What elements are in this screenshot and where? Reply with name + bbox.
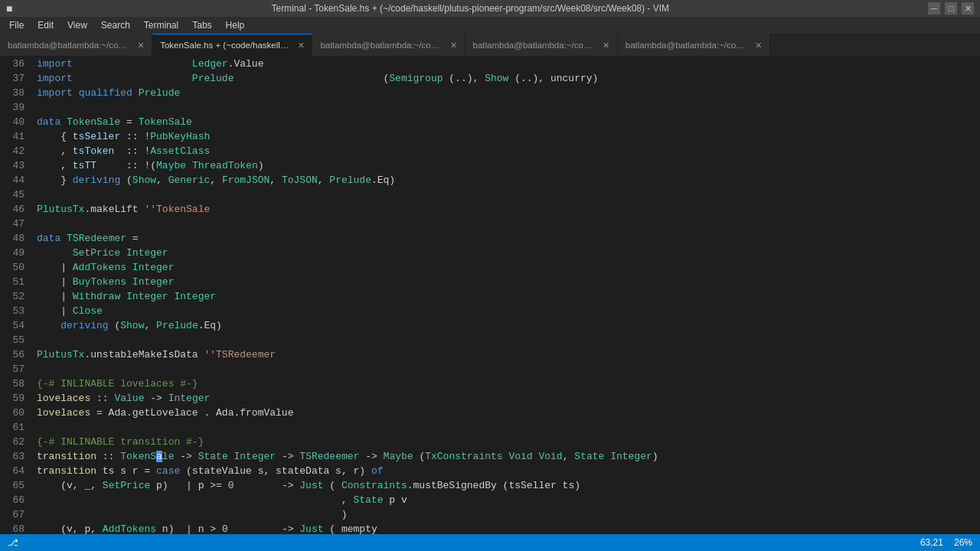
- menu-search[interactable]: Search: [95, 18, 136, 32]
- code-line-60: lovelaces = Ada.getLovelace . Ada.fromVa…: [37, 406, 969, 420]
- line-number-40: 40: [6, 115, 24, 129]
- line-number-38: 38: [6, 86, 24, 100]
- code-line-53: | Close: [37, 304, 969, 318]
- code-line-48: data TSRedeemer =: [37, 231, 969, 246]
- code-line-56: PlutusTx.unstableMakeIsData ''TSRedeemer: [37, 347, 969, 362]
- tab-label-1: TokenSale.hs + (~code/haskell/plutus-pio…: [160, 41, 290, 50]
- line-number-49: 49: [6, 246, 24, 260]
- close-button[interactable]: ✕: [962, 2, 974, 15]
- tab-4[interactable]: batlambda@batlambda:~/code/haskell/plutu…: [618, 34, 770, 56]
- maximize-button[interactable]: □: [945, 2, 957, 15]
- code-line-49: SetPrice Integer: [37, 246, 969, 260]
- line-number-36: 36: [6, 57, 24, 71]
- code-line-52: | Withdraw Integer Integer: [37, 289, 969, 304]
- code-line-41: { tsSeller :: !PubKeyHash: [37, 129, 969, 144]
- menu-terminal[interactable]: Terminal: [138, 18, 185, 32]
- line-number-61: 61: [6, 420, 24, 435]
- line-number-59: 59: [6, 391, 24, 406]
- status-left: ⎇: [8, 537, 29, 548]
- line-number-41: 41: [6, 129, 24, 144]
- code-line-58: {-# INLINABLE lovelaces #-}: [37, 377, 969, 391]
- line-number-67: 67: [6, 507, 24, 522]
- code-line-63: transition :: TokenSale -> State Integer…: [37, 449, 969, 464]
- code-line-38: import qualified Prelude: [37, 86, 969, 100]
- status-branch-icon: ⎇: [8, 537, 18, 548]
- line-number-37: 37: [6, 71, 24, 86]
- tab-1[interactable]: TokenSale.hs + (~code/haskell/plutus-pio…: [152, 34, 312, 56]
- code-line-57: [37, 362, 969, 377]
- editor: 3637383940414243444546474849505152535455…: [0, 57, 980, 534]
- line-number-50: 50: [6, 260, 24, 275]
- code-line-46: PlutusTx.makeLift ''TokenSale: [37, 202, 969, 217]
- code-line-47: [37, 217, 969, 231]
- line-number-63: 63: [6, 449, 24, 464]
- code-line-40: data TokenSale = TokenSale: [37, 115, 969, 129]
- tab-label-4: batlambda@batlambda:~/code/haskell/plutu…: [626, 41, 748, 50]
- tab-label-2: batlambda@batlambda:~/code/haskell/plutu…: [320, 41, 443, 50]
- line-numbers: 3637383940414243444546474849505152535455…: [0, 57, 31, 534]
- line-number-57: 57: [6, 362, 24, 377]
- line-number-51: 51: [6, 275, 24, 289]
- menu-help[interactable]: Help: [220, 18, 251, 32]
- tab-2[interactable]: batlambda@batlambda:~/code/haskell/plutu…: [312, 34, 465, 56]
- code-area[interactable]: import Ledger.Valueimport Prelude (Semig…: [31, 57, 969, 534]
- title-bar-title: Terminal - TokenSale.hs + (~/code/haskel…: [12, 3, 928, 14]
- menu-file[interactable]: File: [3, 18, 30, 32]
- code-line-66: , State p v: [37, 493, 969, 507]
- code-line-43: , tsTT :: !(Maybe ThreadToken): [37, 158, 969, 173]
- line-number-68: 68: [6, 522, 24, 534]
- title-bar-controls: ─ □ ✕: [928, 2, 974, 15]
- code-line-36: import Ledger.Value: [37, 57, 969, 71]
- line-number-48: 48: [6, 231, 24, 246]
- status-bar: ⎇ 63,21 26%: [0, 534, 980, 551]
- scrollbar[interactable]: [969, 57, 980, 534]
- line-number-56: 56: [6, 347, 24, 362]
- status-position: 63,21: [920, 537, 943, 548]
- tab-label-3: batlambda@batlambda:~/code/haskell/plutu…: [473, 41, 596, 50]
- line-number-44: 44: [6, 173, 24, 187]
- code-line-51: | BuyTokens Integer: [37, 275, 969, 289]
- tab-close-3[interactable]: ×: [603, 40, 609, 51]
- line-number-46: 46: [6, 202, 24, 217]
- line-number-64: 64: [6, 464, 24, 478]
- code-line-44: } deriving (Show, Generic, FromJSON, ToJ…: [37, 173, 969, 187]
- code-line-54: deriving (Show, Prelude.Eq): [37, 318, 969, 333]
- code-line-67: ): [37, 507, 969, 522]
- line-number-66: 66: [6, 493, 24, 507]
- menu-bar: File Edit View Search Terminal Tabs Help: [0, 17, 980, 34]
- tab-label-0: batlambda@batlambda:~/code/haskell/plutu…: [8, 41, 130, 50]
- code-line-37: import Prelude (Semigroup (..), Show (..…: [37, 71, 969, 86]
- tab-bar: batlambda@batlambda:~/code/haskell/plutu…: [0, 34, 980, 57]
- menu-tabs[interactable]: Tabs: [186, 18, 217, 32]
- code-line-62: {-# INLINABLE transition #-}: [37, 435, 969, 449]
- line-number-65: 65: [6, 478, 24, 493]
- line-number-55: 55: [6, 333, 24, 347]
- line-number-54: 54: [6, 318, 24, 333]
- code-line-39: [37, 100, 969, 115]
- code-line-45: [37, 187, 969, 202]
- tab-close-0[interactable]: ×: [138, 40, 144, 51]
- code-line-55: [37, 333, 969, 347]
- line-number-52: 52: [6, 289, 24, 304]
- line-number-53: 53: [6, 304, 24, 318]
- line-number-47: 47: [6, 217, 24, 231]
- code-line-64: transition ts s r = case (stateValue s, …: [37, 464, 969, 478]
- title-bar-icon: ■: [6, 2, 12, 15]
- tab-close-4[interactable]: ×: [756, 40, 762, 51]
- menu-edit[interactable]: Edit: [31, 18, 60, 32]
- tab-3[interactable]: batlambda@batlambda:~/code/haskell/plutu…: [466, 34, 618, 56]
- title-bar: ■ Terminal - TokenSale.hs + (~/code/hask…: [0, 0, 980, 17]
- code-line-42: , tsToken :: !AssetClass: [37, 144, 969, 158]
- code-line-68: (v, p, AddTokens n) | n > 0 -> Just ( me…: [37, 522, 969, 534]
- tab-0[interactable]: batlambda@batlambda:~/code/haskell/plutu…: [0, 34, 152, 56]
- code-line-61: [37, 420, 969, 435]
- line-number-45: 45: [6, 187, 24, 202]
- menu-view[interactable]: View: [61, 18, 93, 32]
- minimize-button[interactable]: ─: [928, 2, 940, 15]
- line-number-60: 60: [6, 406, 24, 420]
- tab-close-1[interactable]: ×: [298, 40, 304, 51]
- status-right: 63,21 26%: [920, 537, 972, 548]
- status-percent: 26%: [954, 537, 972, 548]
- code-line-59: lovelaces :: Value -> Integer: [37, 391, 969, 406]
- tab-close-2[interactable]: ×: [450, 40, 456, 51]
